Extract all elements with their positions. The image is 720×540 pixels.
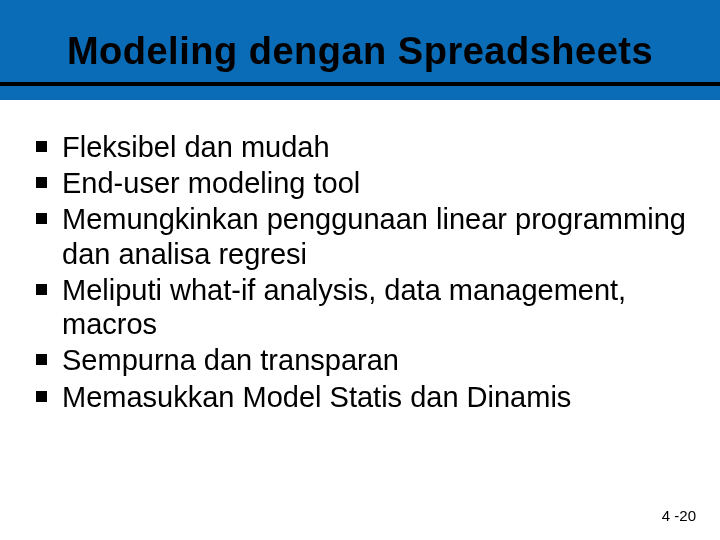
bullet-list: Fleksibel dan mudah End-user modeling to… — [30, 130, 690, 414]
list-item: Meliputi what-if analysis, data manageme… — [30, 273, 690, 341]
list-item: End-user modeling tool — [30, 166, 690, 200]
list-item: Memungkinkan penggunaan linear programmi… — [30, 202, 690, 270]
title-underline — [0, 82, 720, 86]
slide-title: Modeling dengan Spreadsheets — [67, 30, 653, 73]
slide-number: 4 -20 — [662, 507, 696, 524]
title-band: Modeling dengan Spreadsheets — [0, 0, 720, 100]
list-item: Sempurna dan transparan — [30, 343, 690, 377]
list-item: Memasukkan Model Statis dan Dinamis — [30, 380, 690, 414]
list-item: Fleksibel dan mudah — [30, 130, 690, 164]
content-area: Fleksibel dan mudah End-user modeling to… — [0, 100, 720, 414]
